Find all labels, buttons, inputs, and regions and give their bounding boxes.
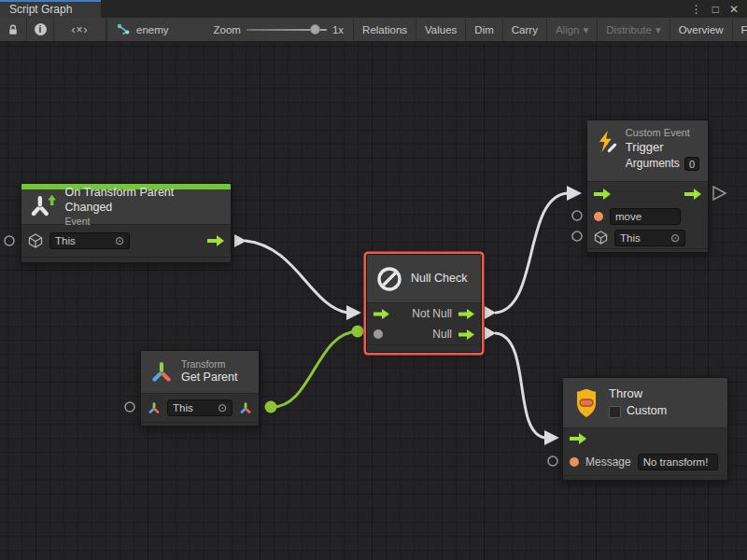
zoom-slider[interactable] bbox=[247, 29, 327, 31]
tab-script-graph[interactable]: Script Graph bbox=[0, 0, 101, 18]
node-footer bbox=[563, 475, 727, 480]
node-custom-event-trigger[interactable]: Custom Event Trigger Arguments 0 move bbox=[586, 119, 709, 253]
node-row-not-null: Not Null bbox=[367, 303, 481, 324]
message-field[interactable]: No transform! bbox=[638, 454, 718, 470]
graph-toolbar: i ‹×› enemy Zoom 1x Relations Values Dim… bbox=[0, 18, 747, 42]
node-on-transform-parent-changed[interactable]: On Transform Parent Changed Event This ⊙ bbox=[21, 183, 232, 263]
node-row-target: This ⊙ bbox=[21, 225, 231, 257]
distribute-button[interactable]: Distribute ▾ bbox=[598, 18, 669, 41]
code-icon: ‹×› bbox=[72, 23, 89, 36]
node-row-flow bbox=[587, 182, 708, 206]
zoom-control: Zoom 1x bbox=[204, 18, 354, 41]
flow-input-port[interactable] bbox=[594, 189, 611, 200]
value-port-dot[interactable] bbox=[352, 326, 364, 338]
value-input-port[interactable] bbox=[570, 457, 579, 467]
more-menu-icon[interactable]: ⋮ bbox=[691, 4, 702, 15]
maximize-icon[interactable]: □ bbox=[712, 4, 719, 15]
script-graph-window: Script Graph ⋮ □ ✕ i ‹×› bbox=[0, 0, 747, 560]
window-controls: ⋮ □ ✕ bbox=[683, 0, 747, 18]
transform-output-port[interactable] bbox=[239, 401, 252, 415]
this-field[interactable]: This ⊙ bbox=[167, 399, 233, 416]
flow-output-port[interactable] bbox=[207, 235, 224, 246]
graph-label: enemy bbox=[107, 18, 178, 41]
node-row-this: This ⊙ bbox=[587, 227, 708, 248]
zoom-label: Zoom bbox=[214, 24, 241, 35]
info-icon: i bbox=[35, 23, 47, 35]
custom-event-icon bbox=[596, 127, 618, 157]
node-header: On Transform Parent Changed Event bbox=[21, 189, 231, 225]
node-footer bbox=[587, 248, 708, 252]
node-title: Throw bbox=[609, 386, 667, 401]
dim-button[interactable]: Dim bbox=[466, 18, 502, 41]
target-picker-icon[interactable]: ⊙ bbox=[670, 231, 680, 245]
throw-error-icon bbox=[571, 387, 601, 419]
target-picker-icon[interactable]: ⊙ bbox=[218, 401, 227, 414]
values-button[interactable]: Values bbox=[416, 18, 466, 41]
node-footer bbox=[141, 422, 259, 426]
chevron-down-icon: ▾ bbox=[655, 23, 661, 36]
node-header: Throw Custom bbox=[563, 378, 727, 428]
node-row-event-name: move bbox=[587, 206, 708, 227]
node-footer bbox=[367, 344, 481, 352]
arguments-field[interactable]: 0 bbox=[684, 157, 699, 171]
node-surtitle: Custom Event bbox=[626, 127, 699, 140]
node-get-parent[interactable]: Transform Get Parent This ⊙ bbox=[140, 350, 260, 427]
code-preview-button[interactable]: ‹×› bbox=[54, 18, 106, 41]
zoom-value: 1x bbox=[332, 24, 344, 35]
align-button[interactable]: Align ▾ bbox=[547, 18, 598, 41]
node-header: Transform Get Parent bbox=[141, 351, 259, 394]
cube-icon bbox=[28, 233, 43, 248]
transform-icon bbox=[149, 360, 174, 385]
checkbox-label: Custom bbox=[627, 404, 667, 419]
arguments-label: Arguments bbox=[626, 157, 680, 171]
node-title: Trigger bbox=[626, 140, 699, 155]
flow-input-port[interactable] bbox=[570, 433, 586, 444]
transform-event-icon bbox=[30, 194, 58, 220]
node-null-check[interactable]: Null Check Not Null Null bbox=[366, 254, 482, 353]
node-title: Null Check bbox=[411, 272, 467, 287]
flow-input-port[interactable] bbox=[374, 309, 389, 319]
zoom-slider-handle[interactable] bbox=[310, 24, 320, 35]
carry-button[interactable]: Carry bbox=[503, 18, 547, 41]
node-footer bbox=[21, 257, 231, 262]
node-header: Null Check bbox=[367, 255, 481, 303]
flow-output-port[interactable] bbox=[684, 189, 701, 200]
node-row-message: Message No transform! bbox=[563, 449, 727, 475]
node-row-this: This ⊙ bbox=[141, 394, 259, 422]
graph-name: enemy bbox=[136, 24, 169, 35]
fullscreen-button[interactable]: Full Screen bbox=[733, 18, 747, 41]
node-title: Get Parent bbox=[181, 371, 237, 385]
flow-output-port[interactable] bbox=[458, 309, 474, 319]
event-name-field[interactable]: move bbox=[610, 208, 681, 225]
node-throw[interactable]: Throw Custom Message No transform! bbox=[562, 377, 728, 481]
tab-bar: Script Graph ⋮ □ ✕ bbox=[0, 0, 747, 18]
this-field[interactable]: This ⊙ bbox=[49, 232, 130, 249]
tab-bar-spacer bbox=[101, 0, 683, 18]
message-label: Message bbox=[585, 455, 631, 469]
this-field[interactable]: This ⊙ bbox=[614, 230, 685, 246]
node-row-flow bbox=[563, 428, 727, 449]
node-title: On Transform Parent Changed bbox=[65, 186, 222, 215]
overview-button[interactable]: Overview bbox=[670, 18, 733, 41]
value-port-dot[interactable] bbox=[265, 401, 277, 413]
tab-title: Script Graph bbox=[9, 3, 72, 16]
port-label: Not Null bbox=[412, 307, 452, 320]
transform-type-icon bbox=[148, 401, 161, 415]
cube-icon bbox=[594, 231, 608, 245]
node-row-null: Null bbox=[367, 324, 481, 344]
lock-icon bbox=[7, 23, 20, 36]
custom-checkbox[interactable] bbox=[609, 406, 621, 418]
relations-button[interactable]: Relations bbox=[353, 18, 416, 41]
port-label: Null bbox=[432, 328, 452, 341]
close-icon[interactable]: ✕ bbox=[729, 4, 739, 15]
target-picker-icon[interactable]: ⊙ bbox=[115, 234, 124, 247]
lock-button[interactable] bbox=[0, 18, 27, 41]
inspect-button[interactable]: i bbox=[27, 18, 54, 41]
node-surtitle: Transform bbox=[181, 358, 237, 371]
node-header: Custom Event Trigger Arguments 0 bbox=[587, 120, 708, 182]
graph-icon bbox=[117, 23, 131, 35]
chevron-down-icon: ▾ bbox=[584, 23, 589, 36]
value-input-port[interactable] bbox=[594, 212, 603, 221]
flow-output-port[interactable] bbox=[458, 329, 474, 340]
value-input-port[interactable] bbox=[374, 329, 383, 339]
